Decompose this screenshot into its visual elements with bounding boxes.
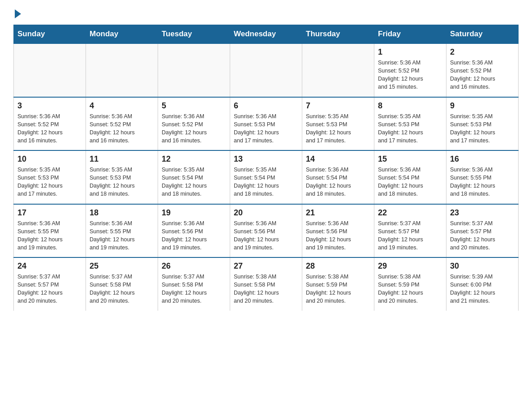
calendar-cell: 24Sunrise: 5:37 AMSunset: 5:57 PMDayligh… xyxy=(14,257,86,311)
day-info: Sunrise: 5:35 AMSunset: 5:54 PMDaylight:… xyxy=(162,166,226,198)
day-number: 29 xyxy=(378,261,442,271)
header-cell-thursday: Thursday xyxy=(302,25,374,44)
calendar-week-row: 24Sunrise: 5:37 AMSunset: 5:57 PMDayligh… xyxy=(14,257,519,311)
calendar-cell: 11Sunrise: 5:35 AMSunset: 5:53 PMDayligh… xyxy=(86,150,158,204)
day-info: Sunrise: 5:39 AMSunset: 6:00 PMDaylight:… xyxy=(450,273,515,305)
calendar-cell: 3Sunrise: 5:36 AMSunset: 5:52 PMDaylight… xyxy=(14,97,86,151)
calendar-cell: 13Sunrise: 5:35 AMSunset: 5:54 PMDayligh… xyxy=(230,150,302,204)
day-number: 27 xyxy=(234,261,298,271)
calendar-cell: 18Sunrise: 5:36 AMSunset: 5:55 PMDayligh… xyxy=(86,204,158,258)
day-number: 12 xyxy=(162,154,226,164)
day-number: 19 xyxy=(162,208,226,218)
calendar-cell xyxy=(86,43,158,97)
calendar-cell: 29Sunrise: 5:38 AMSunset: 5:59 PMDayligh… xyxy=(374,257,446,311)
day-number: 4 xyxy=(90,101,154,111)
calendar-cell xyxy=(302,43,374,97)
day-info: Sunrise: 5:38 AMSunset: 5:58 PMDaylight:… xyxy=(234,273,298,305)
day-number: 11 xyxy=(90,154,154,164)
day-info: Sunrise: 5:37 AMSunset: 5:58 PMDaylight:… xyxy=(90,273,154,305)
day-number: 8 xyxy=(378,101,442,111)
calendar-cell: 9Sunrise: 5:35 AMSunset: 5:53 PMDaylight… xyxy=(446,97,519,151)
calendar-cell: 16Sunrise: 5:36 AMSunset: 5:55 PMDayligh… xyxy=(446,150,519,204)
calendar-cell: 27Sunrise: 5:38 AMSunset: 5:58 PMDayligh… xyxy=(230,257,302,311)
header-cell-tuesday: Tuesday xyxy=(158,25,230,44)
day-info: Sunrise: 5:35 AMSunset: 5:53 PMDaylight:… xyxy=(90,166,154,198)
calendar-cell: 8Sunrise: 5:35 AMSunset: 5:53 PMDaylight… xyxy=(374,97,446,151)
calendar-week-row: 1Sunrise: 5:36 AMSunset: 5:52 PMDaylight… xyxy=(14,43,519,97)
calendar-cell: 10Sunrise: 5:35 AMSunset: 5:53 PMDayligh… xyxy=(14,150,86,204)
calendar-cell: 12Sunrise: 5:35 AMSunset: 5:54 PMDayligh… xyxy=(158,150,230,204)
calendar-cell: 15Sunrise: 5:36 AMSunset: 5:54 PMDayligh… xyxy=(374,150,446,204)
day-info: Sunrise: 5:36 AMSunset: 5:55 PMDaylight:… xyxy=(90,219,154,252)
calendar-header-row: SundayMondayTuesdayWednesdayThursdayFrid… xyxy=(14,25,519,44)
day-number: 30 xyxy=(450,261,515,271)
day-info: Sunrise: 5:35 AMSunset: 5:53 PMDaylight:… xyxy=(17,166,82,198)
calendar-cell: 7Sunrise: 5:35 AMSunset: 5:53 PMDaylight… xyxy=(302,97,374,151)
page-header xyxy=(13,9,519,17)
day-number: 23 xyxy=(450,208,515,218)
day-number: 5 xyxy=(162,101,226,111)
day-info: Sunrise: 5:36 AMSunset: 5:52 PMDaylight:… xyxy=(17,112,82,145)
day-number: 2 xyxy=(450,47,515,57)
calendar-cell: 20Sunrise: 5:36 AMSunset: 5:56 PMDayligh… xyxy=(230,204,302,258)
day-info: Sunrise: 5:36 AMSunset: 5:56 PMDaylight:… xyxy=(306,219,370,252)
day-number: 13 xyxy=(234,154,298,164)
day-info: Sunrise: 5:37 AMSunset: 5:57 PMDaylight:… xyxy=(450,219,515,252)
day-info: Sunrise: 5:36 AMSunset: 5:52 PMDaylight:… xyxy=(378,59,442,91)
day-number: 26 xyxy=(162,261,226,271)
day-info: Sunrise: 5:36 AMSunset: 5:55 PMDaylight:… xyxy=(450,166,515,198)
day-number: 25 xyxy=(90,261,154,271)
day-info: Sunrise: 5:36 AMSunset: 5:52 PMDaylight:… xyxy=(450,59,515,91)
day-number: 21 xyxy=(306,208,370,218)
calendar-cell: 1Sunrise: 5:36 AMSunset: 5:52 PMDaylight… xyxy=(374,43,446,97)
calendar-week-row: 17Sunrise: 5:36 AMSunset: 5:55 PMDayligh… xyxy=(14,204,519,258)
calendar-cell xyxy=(14,43,86,97)
day-number: 15 xyxy=(378,154,442,164)
day-info: Sunrise: 5:36 AMSunset: 5:52 PMDaylight:… xyxy=(162,112,226,145)
header-cell-sunday: Sunday xyxy=(14,25,86,44)
day-info: Sunrise: 5:36 AMSunset: 5:54 PMDaylight:… xyxy=(306,166,370,198)
header-cell-friday: Friday xyxy=(374,25,446,44)
calendar-cell: 14Sunrise: 5:36 AMSunset: 5:54 PMDayligh… xyxy=(302,150,374,204)
header-cell-monday: Monday xyxy=(86,25,158,44)
header-cell-wednesday: Wednesday xyxy=(230,25,302,44)
calendar-week-row: 3Sunrise: 5:36 AMSunset: 5:52 PMDaylight… xyxy=(14,97,519,151)
logo xyxy=(13,9,21,17)
day-info: Sunrise: 5:38 AMSunset: 5:59 PMDaylight:… xyxy=(306,273,370,305)
calendar-cell xyxy=(230,43,302,97)
day-info: Sunrise: 5:36 AMSunset: 5:54 PMDaylight:… xyxy=(378,166,442,198)
calendar-week-row: 10Sunrise: 5:35 AMSunset: 5:53 PMDayligh… xyxy=(14,150,519,204)
day-info: Sunrise: 5:35 AMSunset: 5:53 PMDaylight:… xyxy=(450,112,515,145)
calendar-cell: 22Sunrise: 5:37 AMSunset: 5:57 PMDayligh… xyxy=(374,204,446,258)
calendar-cell: 30Sunrise: 5:39 AMSunset: 6:00 PMDayligh… xyxy=(446,257,519,311)
day-number: 3 xyxy=(17,101,82,111)
calendar-cell: 19Sunrise: 5:36 AMSunset: 5:56 PMDayligh… xyxy=(158,204,230,258)
calendar-cell: 2Sunrise: 5:36 AMSunset: 5:52 PMDaylight… xyxy=(446,43,519,97)
day-info: Sunrise: 5:38 AMSunset: 5:59 PMDaylight:… xyxy=(378,273,442,305)
day-info: Sunrise: 5:37 AMSunset: 5:57 PMDaylight:… xyxy=(17,273,82,305)
calendar-cell: 17Sunrise: 5:36 AMSunset: 5:55 PMDayligh… xyxy=(14,204,86,258)
day-info: Sunrise: 5:36 AMSunset: 5:56 PMDaylight:… xyxy=(162,219,226,252)
day-number: 10 xyxy=(17,154,82,164)
day-number: 22 xyxy=(378,208,442,218)
day-number: 9 xyxy=(450,101,515,111)
calendar-cell xyxy=(158,43,230,97)
day-number: 14 xyxy=(306,154,370,164)
day-number: 18 xyxy=(90,208,154,218)
calendar-cell: 5Sunrise: 5:36 AMSunset: 5:52 PMDaylight… xyxy=(158,97,230,151)
calendar-cell: 6Sunrise: 5:36 AMSunset: 5:53 PMDaylight… xyxy=(230,97,302,151)
calendar-cell: 21Sunrise: 5:36 AMSunset: 5:56 PMDayligh… xyxy=(302,204,374,258)
day-number: 17 xyxy=(17,208,82,218)
day-number: 20 xyxy=(234,208,298,218)
calendar-table: SundayMondayTuesdayWednesdayThursdayFrid… xyxy=(13,25,519,311)
day-number: 16 xyxy=(450,154,515,164)
header-cell-saturday: Saturday xyxy=(446,25,519,44)
day-info: Sunrise: 5:35 AMSunset: 5:53 PMDaylight:… xyxy=(378,112,442,145)
day-info: Sunrise: 5:37 AMSunset: 5:58 PMDaylight:… xyxy=(162,273,226,305)
day-info: Sunrise: 5:35 AMSunset: 5:54 PMDaylight:… xyxy=(234,166,298,198)
day-number: 6 xyxy=(234,101,298,111)
day-number: 24 xyxy=(17,261,82,271)
calendar-cell: 4Sunrise: 5:36 AMSunset: 5:52 PMDaylight… xyxy=(86,97,158,151)
calendar-cell: 23Sunrise: 5:37 AMSunset: 5:57 PMDayligh… xyxy=(446,204,519,258)
day-info: Sunrise: 5:36 AMSunset: 5:55 PMDaylight:… xyxy=(17,219,82,252)
